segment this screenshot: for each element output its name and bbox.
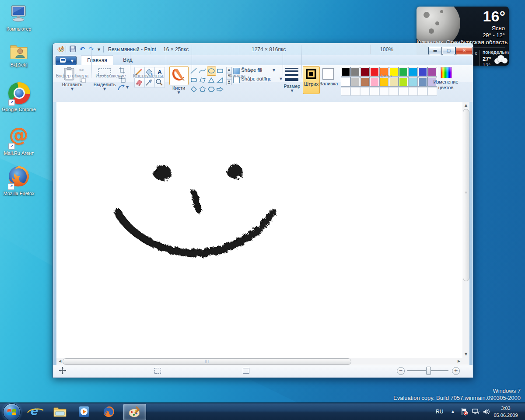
save-button[interactable]: [69, 46, 77, 53]
palette-swatch[interactable]: [341, 77, 350, 87]
redo-button[interactable]: ↷: [87, 46, 95, 53]
color-picker-tool[interactable]: [144, 77, 155, 88]
shape-diamond-icon[interactable]: [189, 85, 199, 94]
brushes-dropdown-icon[interactable]: ▼: [166, 91, 192, 94]
palette-swatch-empty[interactable]: [341, 87, 350, 96]
select-dropdown-icon[interactable]: ▼: [92, 88, 117, 91]
select-button[interactable]: Выделить: [92, 82, 117, 87]
palette-swatch-empty[interactable]: [389, 87, 399, 96]
palette-swatch[interactable]: [389, 77, 399, 87]
shapes-scroll-up-icon[interactable]: ▲: [226, 67, 232, 73]
horizontal-scrollbar[interactable]: ◀ ||| ▶: [56, 358, 462, 365]
shapes-expand-icon[interactable]: ▼: [226, 79, 232, 85]
desktop-icon-user-folder[interactable]: Bk[Zick]: [0, 42, 38, 68]
palette-swatch-empty[interactable]: [350, 87, 360, 96]
zoom-in-button[interactable]: +: [452, 367, 460, 375]
desktop-icon-firefox[interactable]: ↗ Mozilla Firefox: [0, 164, 38, 196]
drawing-canvas[interactable]: [56, 102, 462, 358]
size-dropdown-icon[interactable]: ▼: [283, 89, 301, 93]
qat-dropdown-icon[interactable]: ▼: [96, 46, 102, 53]
selection-size-icon: [154, 368, 161, 374]
vertical-scrollbar[interactable]: ▲ ≡ ▼: [462, 102, 469, 358]
palette-swatch[interactable]: [370, 77, 379, 87]
desktop-icon-label: Google Chrome: [0, 107, 38, 112]
action-center-flag-icon[interactable]: [460, 408, 468, 417]
network-icon[interactable]: [472, 409, 480, 417]
forecast-high: 27°: [483, 56, 491, 62]
evaluation-watermark: Windows 7 Evaluation copy. Build 7057.wi…: [393, 388, 521, 402]
language-indicator[interactable]: RU: [436, 409, 443, 415]
taskbar-button-media-player[interactable]: [74, 404, 95, 420]
ribbon-tab-strip: [53, 55, 472, 66]
scroll-down-icon[interactable]: ▼: [462, 351, 469, 358]
palette-swatch-empty[interactable]: [370, 87, 379, 96]
eraser-tool[interactable]: [134, 77, 145, 88]
palette-swatch-empty[interactable]: [408, 87, 418, 96]
palette-swatch[interactable]: [350, 77, 360, 87]
desktop-icon-computer[interactable]: Компьютер: [0, 4, 38, 32]
taskbar-button-paint[interactable]: [123, 404, 146, 420]
start-button[interactable]: [3, 403, 21, 420]
canvas-size-icon: [243, 368, 249, 374]
cut-icon[interactable]: ✂: [79, 67, 84, 74]
tab-view[interactable]: Вид: [117, 55, 139, 65]
shape-pentagon-icon[interactable]: [198, 85, 207, 94]
palette-swatch[interactable]: [360, 77, 370, 87]
brushes-button[interactable]: Кисти: [166, 85, 192, 91]
maximize-button[interactable]: ▢: [442, 47, 455, 55]
zoom-out-button[interactable]: −: [397, 367, 405, 375]
color1-button[interactable]: Штрих: [303, 66, 320, 94]
desktop-icon-chrome[interactable]: ↗ Google Chrome: [0, 81, 38, 112]
palette-swatch[interactable]: [399, 77, 408, 87]
scroll-up-icon[interactable]: ▲: [462, 102, 469, 109]
taskbar-button-windows-explorer[interactable]: [49, 404, 71, 420]
tools-group-label: Инструменты: [130, 73, 166, 78]
zoom-slider-thumb[interactable]: [426, 367, 431, 375]
edit-colors-button[interactable]: Изменение цветов: [426, 79, 466, 91]
rotate-dropdown-icon[interactable]: ▼: [125, 86, 130, 89]
horizontal-scroll-thumb[interactable]: |||: [63, 358, 351, 365]
shape-fill-button[interactable]: Šháφe filł: [241, 67, 262, 73]
scroll-left-icon[interactable]: ◀: [57, 358, 63, 365]
forecast-divider: [480, 50, 480, 66]
color2-button[interactable]: Заливка: [319, 66, 336, 93]
shape-arrow-icon[interactable]: [216, 85, 225, 94]
palette-swatch-empty[interactable]: [399, 87, 408, 96]
vertical-scroll-thumb[interactable]: ≡: [463, 109, 469, 281]
scrollbar-corner: [462, 358, 469, 365]
firefox-icon: [103, 406, 115, 418]
palette-row-3: [341, 87, 437, 95]
tab-home[interactable]: Главная: [81, 55, 113, 66]
undo-button[interactable]: ↶: [78, 46, 86, 53]
taskbar-button-internet-explorer[interactable]: e: [24, 404, 46, 420]
paste-dropdown-icon[interactable]: ▼: [53, 88, 91, 91]
watermark-line1: Windows 7: [393, 388, 521, 395]
rotate-icon[interactable]: [117, 84, 125, 93]
application-menu-button[interactable]: ▼: [56, 56, 77, 65]
forecast-low: 12°: [483, 63, 490, 66]
status-divider: [370, 45, 371, 54]
palette-swatch[interactable]: [379, 77, 389, 87]
show-hidden-icons-icon[interactable]: ▲: [452, 410, 454, 413]
size-icon: [285, 68, 298, 69]
desktop-icon-mailru[interactable]: @ ↗ Mail.Ru Агент: [0, 124, 38, 156]
desktop-icon-label: Mail.Ru Агент: [0, 150, 38, 156]
clipboard-group-label: Буфер обмена: [53, 73, 91, 78]
color1-label: Штрих: [303, 81, 319, 87]
desktop-icon-label: Компьютер: [0, 26, 38, 32]
taskbar-button-firefox[interactable]: [98, 404, 120, 420]
palette-swatch[interactable]: [408, 77, 418, 87]
taskbar-clock[interactable]: 3:03 05.06.2009: [489, 405, 522, 419]
shape-fill-dropdown-icon[interactable]: ▼: [272, 69, 276, 72]
paint-icon: [128, 406, 141, 418]
close-button[interactable]: ✕: [455, 47, 473, 55]
minimize-button[interactable]: ▬: [428, 47, 442, 55]
palette-swatch-empty[interactable]: [379, 87, 389, 96]
firefox-icon: ↗: [7, 164, 31, 190]
magnifier-tool[interactable]: [154, 77, 165, 88]
scroll-right-icon[interactable]: ▶: [456, 358, 462, 365]
shape-hexagon-icon[interactable]: [207, 85, 216, 94]
palette-row-2: [341, 77, 437, 86]
size-button[interactable]: Размер: [283, 84, 301, 89]
palette-swatch-empty[interactable]: [360, 87, 370, 96]
